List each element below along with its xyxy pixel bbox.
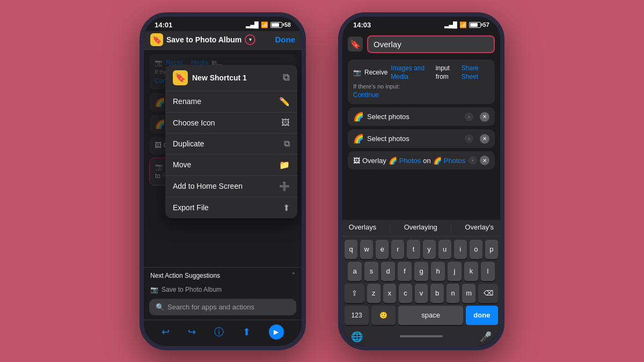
done-key[interactable]: done — [466, 306, 498, 325]
signal-icon: ▂▄█ — [246, 21, 259, 28]
key-e[interactable]: e — [376, 240, 389, 259]
globe-key[interactable]: 🌐 — [351, 331, 363, 343]
key-i[interactable]: i — [454, 240, 467, 259]
dropdown-shortcut-name: New Shortcut 1 — [192, 73, 279, 82]
shortcuts-list-2: 📷 Receive Images and Media input from Sh… — [342, 56, 500, 173]
wifi-icon: 📶 — [261, 21, 268, 28]
close-btn-overlay[interactable]: ✕ — [480, 156, 489, 165]
key-y[interactable]: y — [423, 240, 436, 259]
done-button-1[interactable]: Done — [275, 35, 296, 44]
key-s[interactable]: s — [364, 262, 378, 281]
suggestion-item[interactable]: 📷 Save to Photo Album — [144, 284, 302, 297]
next-suggestions: Next Action Suggestions ˅ — [144, 267, 302, 284]
key-f[interactable]: f — [398, 262, 412, 281]
copy-icon[interactable]: ⧉ — [283, 72, 290, 83]
image-icon: 🖼 — [281, 118, 290, 128]
search-bar-1[interactable]: 🔍 Search for apps and actions — [149, 299, 296, 315]
toolbar-info[interactable]: ⓘ — [214, 326, 224, 338]
folder-icon: 📁 — [279, 160, 290, 170]
key-d[interactable]: d — [381, 262, 395, 281]
delete-key[interactable]: ⌫ — [478, 284, 498, 303]
shift-key[interactable]: ⇧ — [345, 284, 364, 303]
move-item[interactable]: Move 📁 — [165, 154, 297, 176]
key-w[interactable]: w — [360, 240, 373, 259]
key-l[interactable]: l — [481, 262, 495, 281]
dropdown-header: 🔖 New Shortcut 1 ⧉ — [165, 65, 297, 91]
overlay-action-2: 🖼 Overlay 🌈 Photos on 🌈 Photos › ✕ — [348, 151, 495, 169]
export-item[interactable]: Export File ⬆ — [165, 197, 297, 218]
export-icon: ⬆ — [283, 203, 290, 213]
key-n[interactable]: n — [447, 284, 460, 303]
key-z[interactable]: z — [367, 284, 380, 303]
status-bar-1: 14:01 ▂▄█ 📶 58 — [144, 17, 302, 31]
key-r[interactable]: r — [391, 240, 404, 259]
search-icon-1: 🔍 — [156, 303, 164, 311]
home-indicator-2 — [400, 335, 443, 337]
key-b[interactable]: b — [430, 284, 444, 303]
battery-pct-2: 57 — [483, 21, 489, 28]
suggestions-chevron[interactable]: ˅ — [292, 272, 295, 279]
key-p[interactable]: p — [485, 240, 498, 259]
autocomplete-bar: Overlays | Overlaying | Overlay's — [342, 220, 500, 237]
numbers-key[interactable]: 123 — [345, 306, 369, 325]
scene: 14:01 ▂▄█ 📶 58 🔖 Save to Photo Album ▾ — [0, 0, 644, 362]
status-icons-1: ▂▄█ 📶 58 — [246, 21, 291, 28]
top-nav-title-1: Save to Photo Album — [166, 35, 241, 44]
key-m[interactable]: m — [462, 284, 475, 303]
key-k[interactable]: k — [464, 262, 478, 281]
key-h[interactable]: h — [431, 262, 445, 281]
time-2: 14:03 — [353, 21, 371, 29]
toolbar-undo[interactable]: ↩ — [162, 326, 170, 338]
key-t[interactable]: t — [407, 240, 420, 259]
status-bar-2: 14:03 ▂▄█ 📶 57 — [342, 17, 500, 31]
duplicate-item[interactable]: Duplicate ⧉ — [165, 134, 297, 154]
key-row-3: ⇧ z x c v b n m ⌫ — [345, 284, 498, 303]
nav-chevron-1[interactable]: ▾ — [245, 34, 255, 45]
rename-icon: ✏️ — [279, 97, 290, 107]
close-btn-2b[interactable]: ✕ — [480, 134, 489, 144]
close-btn-2a[interactable]: ✕ — [480, 112, 489, 122]
battery-1 — [270, 22, 282, 28]
add-home-item[interactable]: Add to Home Screen ➕ — [165, 176, 297, 197]
key-c[interactable]: c — [399, 284, 412, 303]
key-j[interactable]: j — [448, 262, 462, 281]
key-o[interactable]: o — [470, 240, 482, 259]
time-1: 14:01 — [155, 21, 172, 29]
key-a[interactable]: a — [348, 262, 362, 281]
key-row-2: a s d f g h j k l — [345, 262, 498, 281]
select-photos-2a: 🌈 Select photos › ✕ — [348, 107, 495, 126]
choose-icon-item[interactable]: Choose Icon 🖼 — [165, 113, 297, 134]
toolbar-redo[interactable]: ↪ — [188, 326, 196, 338]
battery-2 — [469, 22, 481, 28]
suggestion-icon: 📷 — [150, 286, 158, 293]
shortcut-icon-1: 🔖 — [150, 33, 163, 46]
shortcut-icon-2: 🔖 — [348, 36, 363, 51]
key-q[interactable]: q — [345, 240, 357, 259]
toolbar-bottom: ↩ ↪ ⓘ ⬆ ▶ — [144, 320, 302, 346]
mic-key[interactable]: 🎤 — [480, 331, 492, 343]
key-x[interactable]: x — [383, 284, 397, 303]
search-input-2[interactable]: Overlay — [367, 35, 495, 53]
phone-1-screen: 14:01 ▂▄█ 📶 58 🔖 Save to Photo Album ▾ — [144, 17, 302, 346]
duplicate-icon: ⧉ — [284, 139, 290, 149]
key-row-4: 123 🙂 space done — [345, 306, 498, 325]
overlay-icon-2: 🖼 — [353, 157, 360, 165]
rename-item[interactable]: Rename ✏️ — [165, 91, 297, 113]
toolbar-share[interactable]: ⬆ — [243, 326, 251, 338]
dropdown-menu: 🔖 New Shortcut 1 ⧉ Rename ✏️ Choose Icon… — [165, 65, 297, 218]
key-u[interactable]: u — [438, 240, 451, 259]
key-g[interactable]: g — [414, 262, 428, 281]
emoji-key[interactable]: 🙂 — [371, 306, 396, 325]
toolbar-play[interactable]: ▶ — [269, 324, 284, 339]
space-key[interactable]: space — [398, 306, 463, 325]
suggestions-label: Next Action Suggestions — [150, 272, 220, 279]
photos-icon-2b: 🌈 — [353, 134, 364, 144]
autocomplete-2[interactable]: Overlay's — [465, 223, 494, 233]
key-v[interactable]: v — [415, 284, 428, 303]
top-nav-1: 🔖 Save to Photo Album ▾ Done — [144, 31, 302, 50]
autocomplete-0[interactable]: Overlays — [349, 223, 376, 233]
receive-icon-2: 📷 — [353, 68, 361, 77]
wifi-icon-2: 📶 — [459, 21, 467, 28]
search-header-2: 🔖 Overlay — [342, 31, 500, 56]
autocomplete-1[interactable]: Overlaying — [404, 223, 437, 233]
